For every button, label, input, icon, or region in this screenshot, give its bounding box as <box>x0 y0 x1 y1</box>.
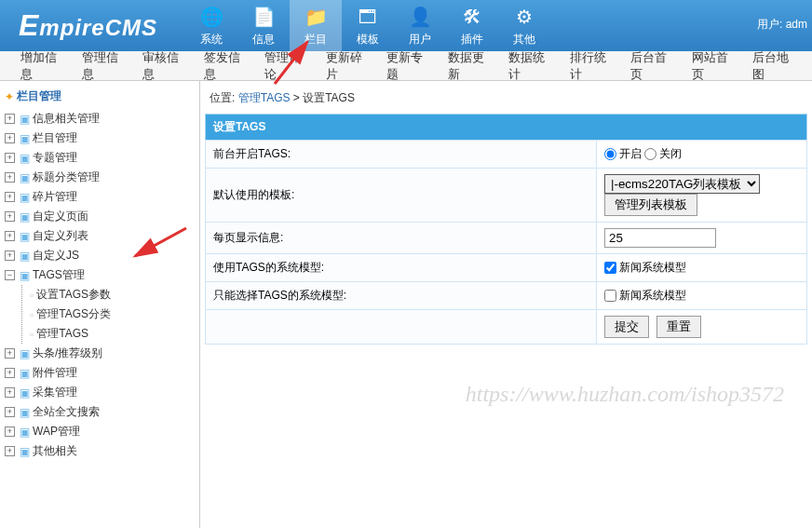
tree-item[interactable]: +▣附件管理 <box>5 363 195 383</box>
tree-toggle-icon[interactable]: + <box>5 348 15 359</box>
folder-icon: ▣ <box>20 250 30 263</box>
tree-item[interactable]: +▣头条/推荐级别 <box>5 344 195 363</box>
folder-icon: ▣ <box>20 230 30 243</box>
tree-child-item[interactable]: ▫管理TAGS分类 <box>22 305 195 324</box>
radio-option[interactable]: 开启 <box>604 147 642 160</box>
subnav-item[interactable]: 管理信息 <box>71 49 132 83</box>
tree-item[interactable]: +▣自定义JS <box>5 246 195 265</box>
tree-toggle-icon[interactable]: − <box>5 270 15 280</box>
form-title: 设置TAGS <box>206 115 807 141</box>
subnav-item[interactable]: 后台首页 <box>619 49 681 83</box>
tree-child-item[interactable]: ▫管理TAGS <box>22 324 195 344</box>
tree-toggle-icon[interactable]: + <box>5 231 15 241</box>
subnav-item[interactable]: 数据更新 <box>437 49 498 83</box>
text-input[interactable] <box>604 228 716 248</box>
folder-icon: ▣ <box>20 269 30 282</box>
check-option[interactable]: 新闻系统模型 <box>604 261 686 274</box>
tree-item[interactable]: +▣标题分类管理 <box>5 168 195 187</box>
top-nav-item[interactable]: ⚙其他 <box>498 0 550 52</box>
tree-title: 栏目管理 <box>17 88 61 104</box>
tree-item[interactable]: +▣栏目管理 <box>5 129 195 148</box>
tree-label: 管理TAGS <box>36 326 88 342</box>
subnav-item[interactable]: 签发信息 <box>193 49 254 83</box>
checkbox-input[interactable] <box>604 290 616 302</box>
tree-header: ✦ 栏目管理 <box>5 88 195 104</box>
tree-toggle-icon[interactable]: + <box>5 250 15 261</box>
folder-icon: ▣ <box>20 386 30 399</box>
top-nav-item[interactable]: 🌐系统 <box>185 0 237 52</box>
tree-toggle-icon[interactable]: + <box>5 133 15 143</box>
tree-item[interactable]: +▣自定义列表 <box>5 226 195 246</box>
tree-toggle-icon[interactable]: + <box>5 114 15 124</box>
radio-option[interactable]: 关闭 <box>644 147 682 160</box>
subnav-item[interactable]: 管理评论 <box>253 49 315 83</box>
checkbox-input[interactable] <box>604 262 616 274</box>
nav-icon: 🌐 <box>198 4 224 30</box>
tree-toggle-icon[interactable]: + <box>5 387 15 398</box>
tree-toggle-icon[interactable]: + <box>5 153 15 163</box>
tree-label: 全站全文搜索 <box>33 404 100 420</box>
template-select[interactable]: |-ecms220TAG列表模板 <box>604 174 760 194</box>
tree-item[interactable]: +▣WAP管理 <box>5 422 195 441</box>
nav-label: 用户 <box>409 32 431 47</box>
tree-label: TAGS管理 <box>33 267 85 283</box>
top-nav-item[interactable]: 📄信息 <box>237 0 290 52</box>
check-option[interactable]: 新闻系统模型 <box>604 289 686 302</box>
tree-toggle-icon[interactable]: + <box>5 446 15 456</box>
main: ✦ 栏目管理 +▣信息相关管理+▣栏目管理+▣专题管理+▣标题分类管理+▣碎片管… <box>0 81 812 528</box>
tree-item[interactable]: +▣全站全文搜索 <box>5 402 195 422</box>
tree: +▣信息相关管理+▣栏目管理+▣专题管理+▣标题分类管理+▣碎片管理+▣自定义页… <box>5 109 195 461</box>
tree-toggle-icon[interactable]: + <box>5 426 15 437</box>
folder-icon: ▣ <box>20 191 30 204</box>
tree-toggle-icon[interactable]: + <box>5 192 15 202</box>
manage-template-button[interactable]: 管理列表模板 <box>604 194 697 216</box>
subnav-item[interactable]: 更新专题 <box>375 49 437 83</box>
tree-item[interactable]: +▣信息相关管理 <box>5 109 195 129</box>
logo: EmpireCMS <box>0 8 176 43</box>
subnav-item[interactable]: 后台地图 <box>741 49 803 83</box>
tree-item[interactable]: +▣其他相关 <box>5 441 195 461</box>
folder-icon: ▣ <box>20 152 30 165</box>
form-input-cell: 新闻系统模型 <box>597 254 807 282</box>
radio-input[interactable] <box>604 148 616 160</box>
subnav-item[interactable]: 更新碎片 <box>315 49 376 83</box>
nav-label: 栏目 <box>304 32 327 47</box>
tree-child-item[interactable]: ▫设置TAGS参数 <box>22 285 195 305</box>
submit-button[interactable]: 提交 <box>604 316 649 338</box>
top-nav-item[interactable]: 📁栏目 <box>290 0 342 52</box>
tree-toggle-icon[interactable]: + <box>5 172 15 183</box>
subnav-item[interactable]: 网站首页 <box>681 49 742 83</box>
tree-label: 标题分类管理 <box>33 169 100 185</box>
reset-button[interactable]: 重置 <box>656 316 701 338</box>
subnav-item[interactable]: 审核信息 <box>131 49 193 83</box>
tree-label: 设置TAGS参数 <box>36 287 111 303</box>
subnav-item[interactable]: 数据统计 <box>497 49 559 83</box>
subnav-item[interactable]: 增加信息 <box>9 49 71 83</box>
tree-toggle-icon[interactable]: + <box>5 211 15 222</box>
nav-label: 插件 <box>461 32 483 47</box>
tree-toggle-icon[interactable]: + <box>5 407 15 417</box>
content: 位置: 管理TAGS > 设置TAGS 设置TAGS 前台开启TAGS:开启 关… <box>200 81 812 528</box>
top-nav-item[interactable]: 🛠插件 <box>446 0 498 52</box>
top-nav-item[interactable]: 👤用户 <box>394 0 446 52</box>
tree-label: 其他相关 <box>33 443 77 459</box>
folder-icon: ▣ <box>20 171 30 184</box>
radio-input[interactable] <box>644 148 656 160</box>
tree-item[interactable]: +▣采集管理 <box>5 383 195 402</box>
file-icon: ▫ <box>30 308 34 321</box>
top-nav-item[interactable]: 🗔模板 <box>342 0 394 52</box>
form-input-cell: 新闻系统模型 <box>597 282 807 310</box>
tree-item[interactable]: +▣碎片管理 <box>5 187 195 207</box>
breadcrumb-link[interactable]: 管理TAGS <box>238 91 291 104</box>
folder-icon: ▣ <box>20 406 30 419</box>
form-label: 每页显示信息: <box>206 223 597 254</box>
tree-toggle-icon[interactable]: + <box>5 368 15 378</box>
tree-item[interactable]: −▣TAGS管理 <box>5 265 195 285</box>
nav-icon: 👤 <box>407 4 433 30</box>
form-label: 只能选择TAGS的系统模型: <box>206 282 597 310</box>
subnav-item[interactable]: 排行统计 <box>559 49 620 83</box>
folder-icon: ▣ <box>20 367 30 380</box>
tree-item[interactable]: +▣专题管理 <box>5 148 195 168</box>
tree-label: 附件管理 <box>33 365 77 381</box>
tree-item[interactable]: +▣自定义页面 <box>5 207 195 226</box>
